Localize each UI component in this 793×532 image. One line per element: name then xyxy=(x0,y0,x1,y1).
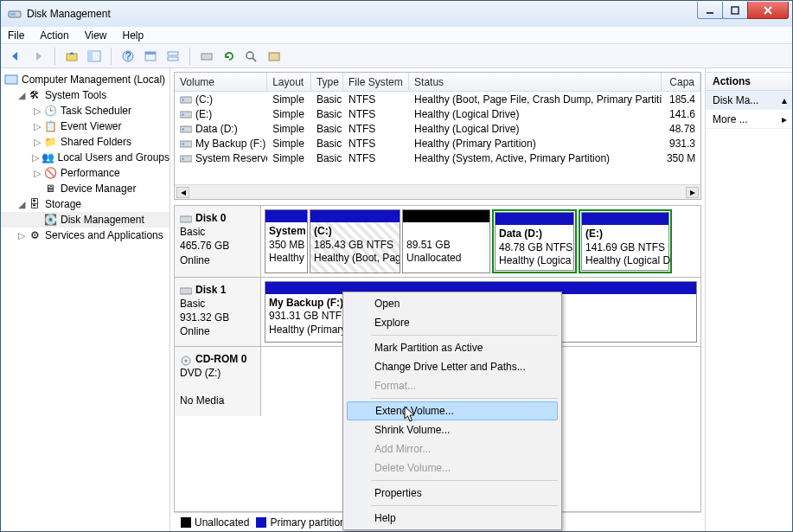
partition-system-reserved[interactable]: System 350 MB Healthy xyxy=(265,209,308,273)
show-hide-tree-button[interactable] xyxy=(85,47,104,66)
menu-action[interactable]: Action xyxy=(38,28,70,43)
ctx-open[interactable]: Open xyxy=(345,294,560,313)
refresh-button[interactable] xyxy=(220,47,239,66)
svg-rect-20 xyxy=(182,113,184,116)
partition-unallocated[interactable]: 89.51 GB Unallocated xyxy=(402,209,490,273)
toolbar-icon-2[interactable] xyxy=(163,47,182,66)
col-type[interactable]: Type xyxy=(311,73,343,91)
svg-point-30 xyxy=(185,359,188,362)
col-capacity[interactable]: Capa xyxy=(662,73,700,91)
ctx-extend-volume[interactable]: Extend Volume... xyxy=(347,401,558,420)
tree-local-users[interactable]: ▷👥Local Users and Groups xyxy=(1,150,169,165)
tree-device-manager[interactable]: 🖥Device Manager xyxy=(1,181,169,196)
ctx-add-mirror: Add Mirror... xyxy=(345,439,560,458)
menu-help[interactable]: Help xyxy=(121,28,146,43)
volume-row[interactable]: (E:)SimpleBasicNTFSHealthy (Logical Driv… xyxy=(175,106,700,121)
ctx-format: Format... xyxy=(345,376,560,395)
toolbar-icon-5[interactable] xyxy=(265,47,284,66)
close-button[interactable] xyxy=(747,2,789,19)
legend-unallocated: Unallocated xyxy=(195,516,249,529)
minimize-button[interactable] xyxy=(697,2,723,19)
titlebar[interactable]: Disk Management xyxy=(1,1,792,27)
perf-icon: 🚫 xyxy=(43,166,57,180)
back-button[interactable] xyxy=(6,47,25,66)
tree-performance[interactable]: ▷🚫Performance xyxy=(1,165,169,181)
toolbar-icon-4[interactable] xyxy=(242,47,261,66)
ctx-properties[interactable]: Properties xyxy=(345,484,560,503)
scroll-left-icon[interactable]: ◂ xyxy=(176,187,189,198)
disk-icon: 💽 xyxy=(43,213,57,227)
disk-row-0[interactable]: Disk 0 Basic 465.76 GB Online System 350… xyxy=(175,206,700,278)
col-filesystem[interactable]: File System xyxy=(343,73,409,91)
menu-view[interactable]: View xyxy=(83,28,109,43)
expand-icon[interactable]: ▷ xyxy=(16,230,26,241)
volume-row[interactable]: (C:)SimpleBasicNTFSHealthy (Boot, Page F… xyxy=(175,92,700,106)
svg-rect-3 xyxy=(732,7,739,14)
partition-c[interactable]: (C:) 185.43 GB NTFS Healthy (Boot, Pag xyxy=(310,209,400,273)
ctx-change-letter[interactable]: Change Drive Letter and Paths... xyxy=(345,357,560,376)
tree-disk-management[interactable]: 💽Disk Management xyxy=(1,212,169,228)
horizontal-scrollbar[interactable]: ◂ ▸ xyxy=(175,184,700,199)
tree-event-viewer[interactable]: ▷📋Event Viewer xyxy=(1,119,169,134)
tree-system-tools[interactable]: ◢🛠System Tools xyxy=(1,87,169,103)
collapse-icon[interactable]: ◢ xyxy=(16,199,26,210)
svg-rect-16 xyxy=(5,75,17,84)
navigation-tree[interactable]: Computer Management (Local) ◢🛠System Too… xyxy=(1,68,170,531)
ctx-help[interactable]: Help xyxy=(345,509,560,528)
menu-file[interactable]: File xyxy=(6,28,26,43)
expand-icon[interactable]: ▷ xyxy=(32,121,42,132)
scroll-right-icon[interactable]: ▸ xyxy=(686,187,699,198)
expand-icon[interactable]: ▷ xyxy=(32,106,42,117)
collapse-icon[interactable]: ▴ xyxy=(782,94,787,106)
event-icon: 📋 xyxy=(43,119,57,133)
tree-services[interactable]: ▷⚙Services and Applications xyxy=(1,228,169,243)
tree-root[interactable]: Computer Management (Local) xyxy=(1,72,169,87)
col-layout[interactable]: Layout xyxy=(267,73,311,91)
svg-rect-15 xyxy=(269,53,279,61)
toolbar-icon-1[interactable] xyxy=(141,47,160,66)
expand-icon[interactable]: ▷ xyxy=(32,168,42,179)
context-menu: Open Explore Mark Partition as Active Ch… xyxy=(342,292,562,530)
services-icon: ⚙ xyxy=(28,228,42,242)
partition-d[interactable]: Data (D:) 48.78 GB NTFS Healthy (Logica xyxy=(492,209,577,273)
tree-task-scheduler[interactable]: ▷🕒Task Scheduler xyxy=(1,103,169,119)
partition-e[interactable]: (E:) 141.69 GB NTFS Healthy (Logical D xyxy=(579,209,672,273)
expand-icon[interactable]: ▷ xyxy=(32,137,42,148)
volume-row[interactable]: System ReservedSimpleBasicNTFSHealthy (S… xyxy=(175,151,700,165)
tree-shared-folders[interactable]: ▷📁Shared Folders xyxy=(1,134,169,150)
toolbar-icon-3[interactable] xyxy=(197,47,216,66)
svg-point-14 xyxy=(246,52,253,59)
ctx-explore[interactable]: Explore xyxy=(345,313,560,332)
ctx-mark-active[interactable]: Mark Partition as Active xyxy=(345,338,560,357)
disk-label[interactable]: Disk 0 Basic 465.76 GB Online xyxy=(175,206,261,277)
clock-icon: 🕒 xyxy=(43,104,57,118)
ctx-shrink-volume[interactable]: Shrink Volume... xyxy=(345,420,560,439)
drive-icon xyxy=(180,154,192,163)
maximize-button[interactable] xyxy=(722,2,748,19)
help-button[interactable]: ? xyxy=(118,47,137,66)
tree-storage[interactable]: ◢🗄Storage xyxy=(1,196,169,212)
volume-header[interactable]: Volume Layout Type File System Status Ca… xyxy=(175,73,700,92)
menubar: File Action View Help xyxy=(1,27,792,44)
actions-header: Actions xyxy=(706,72,792,91)
col-volume[interactable]: Volume xyxy=(175,73,267,91)
svg-rect-4 xyxy=(67,54,77,61)
disk-label[interactable]: Disk 1 Basic 931.32 GB Online xyxy=(175,278,261,346)
disk-label[interactable]: CD-ROM 0 DVD (Z:) No Media xyxy=(175,347,261,416)
expand-icon[interactable]: ▷ xyxy=(32,152,40,163)
svg-rect-18 xyxy=(182,99,184,101)
actions-group[interactable]: Disk Ma... ▴ xyxy=(706,91,792,110)
collapse-icon[interactable]: ◢ xyxy=(16,90,26,101)
svg-rect-22 xyxy=(182,128,184,131)
volume-list[interactable]: Volume Layout Type File System Status Ca… xyxy=(174,72,701,200)
ctx-delete-volume: Delete Volume... xyxy=(345,458,560,478)
window-title: Disk Management xyxy=(27,8,698,20)
col-status[interactable]: Status xyxy=(409,73,662,91)
volume-row[interactable]: My Backup (F:)SimpleBasicNTFSHealthy (Pr… xyxy=(175,136,700,151)
forward-button[interactable] xyxy=(29,47,48,66)
cdrom-icon xyxy=(180,356,192,364)
actions-more[interactable]: More ... ▸ xyxy=(706,110,792,129)
volume-row[interactable]: Data (D:)SimpleBasicNTFSHealthy (Logical… xyxy=(175,121,700,136)
up-button[interactable] xyxy=(62,47,81,66)
svg-rect-1 xyxy=(10,13,16,16)
